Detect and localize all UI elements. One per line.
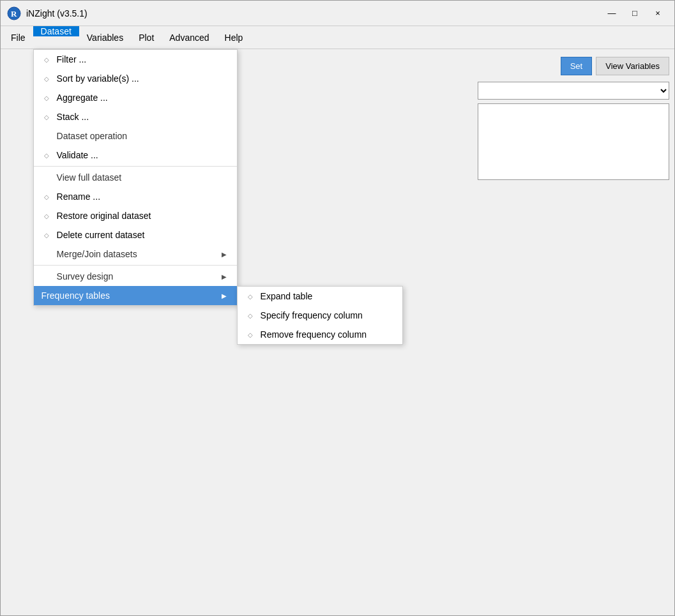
menu-sort[interactable]: ◇ Sort by variable(s) ... — [34, 69, 237, 88]
variable-listbox[interactable] — [478, 103, 669, 180]
diamond-icon-filter: ◇ — [42, 56, 52, 63]
diamond-icon-aggregate: ◇ — [42, 94, 52, 101]
menu-filter[interactable]: ◇ Filter ... — [34, 50, 237, 69]
menu-item-variables[interactable]: Variables — [79, 26, 131, 49]
arrow-icon-survey: ▶ — [222, 273, 227, 280]
dataset-menu-container: Dataset ◇ Filter ... ◇ Sort by variable(… — [33, 26, 79, 49]
menu-item-plot[interactable]: Plot — [131, 26, 162, 49]
window-title: iNZight (v3.5.1) — [26, 8, 87, 19]
minimize-button[interactable]: — — [602, 6, 622, 21]
frequency-submenu: ◇ Expand table ◇ Specify frequency colum… — [237, 286, 403, 345]
svg-text:R: R — [11, 9, 17, 19]
diamond-icon-stack: ◇ — [42, 114, 52, 121]
separator-1 — [34, 166, 237, 167]
dataset-dropdown: ◇ Filter ... ◇ Sort by variable(s) ... ◇… — [33, 49, 238, 306]
menu-item-advanced[interactable]: Advanced — [162, 26, 216, 49]
arrow-icon-frequency: ▶ — [222, 292, 227, 299]
arrow-icon-merge: ▶ — [222, 251, 227, 258]
menu-merge[interactable]: Merge/Join datasets ▶ — [34, 244, 237, 264]
title-bar-left: R iNZight (v3.5.1) — [7, 6, 87, 20]
menu-bar: File Dataset ◇ Filter ... ◇ Sort by vari… — [1, 26, 674, 49]
menu-remove-freq[interactable]: ◇ Remove frequency column — [238, 325, 402, 344]
view-variables-button[interactable]: View Variables — [596, 57, 669, 75]
menu-expand-table[interactable]: ◇ Expand table — [238, 287, 402, 306]
diamond-icon-validate: ◇ — [42, 152, 52, 159]
menu-dataset-operation[interactable]: Dataset operation — [34, 126, 237, 146]
menu-aggregate[interactable]: ◇ Aggregate ... — [34, 88, 237, 107]
menu-frequency-tables[interactable]: Frequency tables ▶ — [34, 286, 237, 305]
menu-survey-design[interactable]: Survey design ▶ — [34, 267, 237, 286]
window-controls: — □ × — [602, 6, 668, 21]
diamond-icon-restore: ◇ — [42, 213, 52, 220]
separator-2 — [34, 265, 237, 266]
set-button[interactable]: Set — [561, 57, 593, 75]
diamond-icon-remove: ◇ — [245, 331, 255, 338]
menu-delete[interactable]: ◇ Delete current dataset — [34, 225, 237, 244]
app-window: R iNZight (v3.5.1) — □ × File Dataset ◇ … — [0, 0, 675, 616]
menu-view-full[interactable]: View full dataset — [34, 168, 237, 187]
diamond-icon-delete: ◇ — [42, 232, 52, 239]
title-bar: R iNZight (v3.5.1) — □ × — [1, 1, 674, 26]
menu-specify-freq[interactable]: ◇ Specify frequency column — [238, 306, 402, 325]
variable-dropdown[interactable] — [478, 82, 669, 100]
menu-item-file[interactable]: File — [3, 26, 33, 49]
close-button[interactable]: × — [648, 6, 668, 21]
diamond-icon-sort: ◇ — [42, 75, 52, 82]
diamond-icon-rename: ◇ — [42, 193, 52, 200]
menu-restore[interactable]: ◇ Restore original dataset — [34, 206, 237, 225]
menu-stack[interactable]: ◇ Stack ... — [34, 107, 237, 126]
menu-rename[interactable]: ◇ Rename ... — [34, 187, 237, 206]
menu-frequency-tables-container: Frequency tables ▶ ◇ Expand table ◇ Spec… — [34, 286, 237, 305]
diamond-icon-specify: ◇ — [245, 312, 255, 319]
menu-validate[interactable]: ◇ Validate ... — [34, 146, 237, 165]
diamond-icon-expand: ◇ — [245, 293, 255, 300]
maximize-button[interactable]: □ — [625, 6, 645, 21]
r-logo-icon: R — [7, 6, 21, 20]
menu-item-dataset[interactable]: Dataset — [33, 26, 79, 36]
menu-item-help[interactable]: Help — [217, 26, 251, 49]
